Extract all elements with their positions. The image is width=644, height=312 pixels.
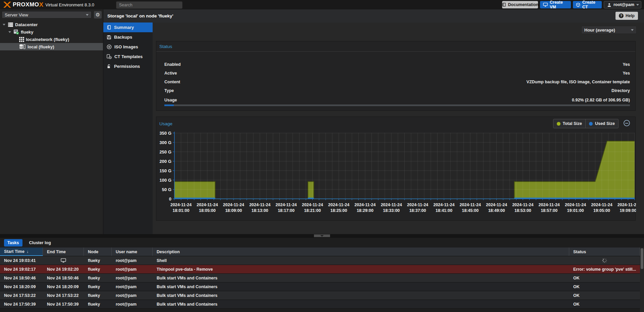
- sort-desc-icon: ↓: [26, 249, 29, 254]
- tasks-scrollbar-thumb[interactable]: [641, 248, 643, 269]
- cd-icon: [107, 44, 112, 49]
- chevron-down-icon: [86, 14, 89, 16]
- tasks-table-body: Nov 24 19:03:41fluekyroot@pamShellNov 24…: [0, 256, 640, 309]
- cell-text: root@pam: [116, 284, 137, 289]
- cell-text: Thinpool pve-data - Remove: [157, 267, 213, 272]
- cell-text: Nov 24 19:02:20: [47, 267, 79, 272]
- status-row-label: Enabled: [164, 62, 181, 67]
- table-row[interactable]: Nov 24 19:02:17Nov 24 19:02:20fluekyroot…: [0, 265, 640, 274]
- status-row-label: Content: [164, 80, 180, 84]
- legend-label: Used Size: [595, 121, 615, 126]
- help-button[interactable]: ? Help: [615, 12, 638, 20]
- x-tick-label: 2024-11-2418:53:00: [512, 203, 533, 213]
- cell-node: flueky: [84, 256, 112, 265]
- cell-text: Nov 24 18:50:46: [4, 276, 36, 280]
- create-vm-label: Create VM: [550, 0, 568, 9]
- content-header: Storage 'local' on node 'flueky' ? Help: [103, 9, 644, 23]
- tab-tasks[interactable]: Tasks: [4, 239, 22, 247]
- view-selector-label: Server View: [5, 12, 28, 17]
- menu-item-ct-templates[interactable]: CT Templates: [103, 52, 153, 61]
- cell-text: flueky: [88, 293, 100, 298]
- documentation-button[interactable]: Documentation: [502, 1, 538, 8]
- tree-item-flueky[interactable]: flueky: [0, 28, 103, 36]
- cell-text: OK: [573, 293, 580, 298]
- cell-description: Bulk start VMs and Containers: [153, 300, 569, 308]
- menu-item-label: Backups: [114, 35, 132, 40]
- table-row[interactable]: Nov 24 18:20:09Nov 24 18:20:09fluekyroot…: [0, 282, 640, 291]
- column-header-node[interactable]: Node: [84, 248, 112, 256]
- x-tick-label: 2024-11-2418:49:00: [486, 203, 507, 213]
- cell-text: root@pam: [116, 302, 137, 307]
- column-header-label: End Time: [47, 250, 66, 254]
- tree-item-label: Datacenter: [15, 22, 38, 27]
- timeframe-selector[interactable]: Hour (average): [581, 26, 637, 34]
- tab-cluster-log[interactable]: Cluster log: [26, 239, 54, 247]
- column-header-start-time[interactable]: Start Time↓: [0, 248, 43, 256]
- tree-expander-icon[interactable]: [8, 31, 12, 33]
- cell-text: OK: [573, 284, 580, 289]
- menu-item-backups[interactable]: Backups: [103, 32, 153, 42]
- menu-item-label: CT Templates: [114, 54, 143, 59]
- view-selector[interactable]: Server View: [2, 11, 92, 18]
- table-row[interactable]: Nov 24 17:50:39Nov 24 17:50:39fluekyroot…: [0, 300, 640, 309]
- menu-item-summary[interactable]: Summary: [103, 23, 153, 32]
- tree-item-Datacenter[interactable]: Datacenter: [0, 21, 103, 28]
- chevron-down-icon: [631, 29, 634, 31]
- tree-item-local[interactable]: local (flueky): [0, 43, 103, 50]
- cube-icon: [576, 3, 580, 7]
- legend-total-size[interactable]: Total Size: [553, 119, 585, 128]
- cell-text: Nov 24 17:50:39: [47, 302, 79, 307]
- column-header-status[interactable]: Status: [569, 248, 640, 256]
- floppy-icon: [107, 35, 111, 40]
- storage-icon: [19, 44, 26, 49]
- node-icon: [13, 29, 19, 35]
- splitter-grip[interactable]: [314, 234, 330, 237]
- column-header-user-name[interactable]: User name: [112, 248, 153, 256]
- create-ct-button[interactable]: Create CT: [573, 1, 602, 8]
- cell-user-name: root@pam: [112, 282, 153, 291]
- create-vm-button[interactable]: Create VM: [540, 1, 571, 8]
- cell-node: flueky: [84, 274, 112, 282]
- search-input[interactable]: [116, 1, 182, 9]
- book-icon: [107, 25, 111, 30]
- cell-node: flueky: [84, 265, 112, 273]
- cell-text: flueky: [88, 267, 100, 272]
- column-header-end-time[interactable]: End Time: [43, 248, 84, 256]
- status-row-content: ContentVZDump backup file, ISO image, Co…: [164, 80, 630, 84]
- tree-expander-icon[interactable]: [2, 24, 6, 26]
- cell-node: flueky: [84, 300, 112, 308]
- table-row[interactable]: Nov 24 19:03:41fluekyroot@pamShell: [0, 256, 640, 265]
- tasks-panel: TasksCluster log Start Time↓End TimeNode…: [0, 238, 644, 312]
- user-menu-button[interactable]: root@pam: [604, 1, 641, 8]
- help-icon: ?: [619, 13, 624, 18]
- collapse-panel-icon[interactable]: [624, 120, 630, 126]
- cell-text: Bulk start VMs and Containers: [157, 276, 217, 280]
- y-tick-label: 350 G: [160, 131, 171, 136]
- cell-text: Nov 24 18:20:09: [4, 284, 36, 289]
- cell-status: OK: [569, 282, 640, 291]
- menu-item-permissions[interactable]: Permissions: [103, 61, 153, 71]
- tree-item-localnetwork[interactable]: localnetwork (flueky): [0, 36, 103, 43]
- y-tick-label: 250 G: [160, 149, 171, 154]
- legend-used-size[interactable]: Used Size: [585, 119, 618, 128]
- cell-status: [569, 256, 640, 265]
- column-header-label: Status: [573, 250, 586, 254]
- x-tick-label: 2024-11-2419:09:00: [618, 203, 636, 213]
- cell-description: Bulk start VMs and Containers: [153, 274, 569, 282]
- usage-row: Usage 0.92% (2.82 GB of 306.95 GB): [164, 98, 630, 102]
- chevron-down-icon: [8, 31, 11, 33]
- monitor-icon: [543, 3, 548, 7]
- cell-end-time: Nov 24 18:50:46: [43, 274, 84, 282]
- menu-item-iso-images[interactable]: ISO Images: [103, 42, 153, 52]
- cell-text: Nov 24 19:03:41: [4, 258, 36, 263]
- table-row[interactable]: Nov 24 18:50:46Nov 24 18:50:46fluekyroot…: [0, 274, 640, 282]
- table-row[interactable]: Nov 24 17:53:22Nov 24 17:53:22fluekyroot…: [0, 291, 640, 300]
- x-tick-label: 2024-11-2418:05:00: [197, 203, 218, 213]
- gear-icon[interactable]: ⚙: [94, 11, 102, 18]
- x-tick-label: 2024-11-2418:01:00: [170, 203, 192, 213]
- book-icon: [502, 3, 506, 7]
- cell-status: OK: [569, 291, 640, 300]
- y-tick-label: 50 G: [162, 187, 171, 192]
- y-tick-label: 150 G: [160, 168, 171, 173]
- column-header-description[interactable]: Description: [153, 248, 569, 256]
